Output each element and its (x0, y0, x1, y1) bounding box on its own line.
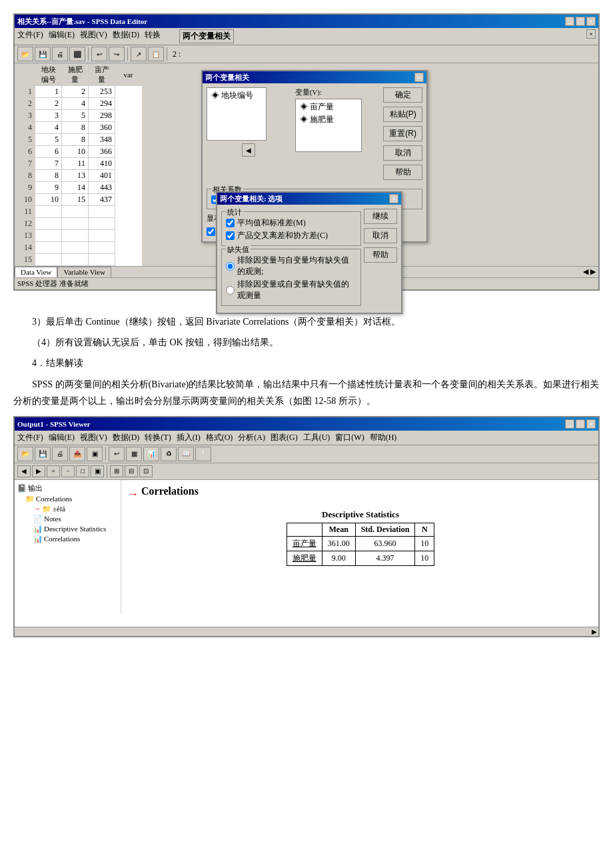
out-menu-data[interactable]: 数据(D) (113, 432, 140, 443)
menu-transform[interactable]: 转换 (145, 29, 161, 43)
col-header-sfll[interactable]: 施肥量 (62, 64, 89, 86)
mean-std-checkbox[interactable] (226, 219, 235, 227)
data-cell[interactable]: 298 (89, 110, 115, 122)
data-cell[interactable]: 348 (89, 134, 115, 146)
out-open[interactable]: 📂 (17, 447, 33, 461)
options-help-button[interactable]: 帮助 (364, 247, 397, 263)
tree-arrow-item[interactable]: → 📁 ±êlã (17, 504, 118, 514)
data-cell[interactable] (89, 242, 115, 254)
out-table[interactable]: ▦ (126, 447, 142, 461)
out-btn5[interactable]: ▣ (87, 447, 103, 461)
col-header-var[interactable]: var (115, 64, 142, 86)
output-maximize[interactable]: □ (576, 419, 585, 429)
data-cell[interactable]: 8 (62, 134, 89, 146)
var-mcl[interactable]: ◈ 亩产量 (297, 101, 360, 113)
var-dkbh[interactable]: ◈ 地块编号 (209, 89, 265, 102)
data-cell[interactable] (62, 206, 89, 218)
save-btn[interactable]: 💾 (35, 47, 51, 61)
data-cell[interactable]: 360 (89, 122, 115, 134)
tab-data-view[interactable]: Data View (15, 267, 57, 277)
data-cell[interactable]: 253 (89, 86, 115, 98)
out-book[interactable]: 📖 (178, 447, 194, 461)
bivariate-close-btn[interactable]: × (586, 29, 596, 39)
reset-button[interactable]: 重置(R) (383, 126, 422, 141)
open-btn[interactable]: 📂 (17, 47, 33, 61)
out-save[interactable]: 💾 (35, 447, 51, 461)
undo-btn[interactable]: ↩ (91, 47, 107, 61)
var-btn[interactable]: 📋 (148, 47, 164, 61)
data-cell[interactable]: 3 (35, 110, 62, 122)
exclude-any-radio[interactable] (226, 286, 235, 295)
nav-minus[interactable]: − (61, 465, 75, 477)
data-cell[interactable]: 2 (62, 86, 89, 98)
out-print[interactable]: 🖨 (52, 447, 68, 461)
tab-variable-view[interactable]: Variable View (57, 267, 111, 277)
nav-forward[interactable]: ▶ (32, 465, 45, 477)
data-cell[interactable]: 5 (35, 134, 62, 146)
data-cell[interactable]: 1 (35, 86, 62, 98)
maximize-button[interactable]: □ (576, 17, 585, 26)
data-cell[interactable]: 15 (62, 194, 89, 206)
out-menu-graphs[interactable]: 图表(G) (271, 432, 298, 443)
close-button[interactable]: × (586, 17, 596, 26)
help-button[interactable]: 帮助 (383, 165, 422, 180)
out-menu-transform[interactable]: 转换(T) (145, 432, 171, 443)
nav-plus[interactable]: + (47, 465, 60, 477)
bivariate-dialog-close[interactable]: × (414, 73, 424, 82)
data-cell[interactable] (62, 230, 89, 242)
data-cell[interactable]: 10 (35, 194, 62, 206)
data-cell[interactable] (35, 206, 62, 218)
nav-zoom3[interactable]: ⊡ (139, 465, 153, 477)
data-cell[interactable]: 401 (89, 170, 115, 182)
tree-desc-stats[interactable]: 📊 Descriptive Statistics (17, 524, 118, 534)
data-cell[interactable]: 4 (62, 98, 89, 110)
out-chart[interactable]: 📊 (143, 447, 159, 461)
data-cell[interactable]: 443 (89, 182, 115, 194)
data-cell[interactable]: 8 (62, 122, 89, 134)
out-exclamation[interactable]: ❕ (195, 447, 211, 461)
nav-fullpage[interactable]: ▣ (91, 465, 104, 477)
var-sfl[interactable]: ◈ 施肥量 (297, 113, 360, 126)
flag-checkbox[interactable] (207, 227, 215, 236)
dialog-recall-btn[interactable]: ⬛ (69, 47, 85, 61)
data-cell[interactable]: 4 (35, 122, 62, 134)
data-cell[interactable] (62, 254, 89, 266)
output-minimize[interactable]: _ (565, 419, 574, 429)
data-cell[interactable]: 11 (62, 158, 89, 170)
nav-zoom1[interactable]: ⊞ (110, 465, 123, 477)
out-menu-file[interactable]: 文件(F) (17, 432, 43, 443)
data-cell[interactable]: 6 (35, 146, 62, 158)
data-cell[interactable]: 14 (62, 182, 89, 194)
data-cell[interactable] (35, 218, 62, 230)
data-cell[interactable]: 7 (35, 158, 62, 170)
data-cell[interactable]: 437 (89, 194, 115, 206)
data-cell[interactable]: 9 (35, 182, 62, 194)
data-cell[interactable]: 410 (89, 158, 115, 170)
data-cell[interactable]: 10 (62, 146, 89, 158)
cancel-button[interactable]: 取消 (383, 145, 422, 161)
tree-correlations-2[interactable]: 📊 Correlations (17, 534, 118, 544)
goto-btn[interactable]: ↗ (131, 47, 147, 61)
tree-root[interactable]: 📓 输出 (17, 483, 118, 494)
right-variable-list[interactable]: ◈ 亩产量 ◈ 施肥量 (295, 99, 362, 152)
paste-button[interactable]: 粘贴(P) (383, 107, 422, 122)
out-menu-insert[interactable]: 插入(I) (177, 432, 201, 443)
out-refresh[interactable]: ♻ (161, 447, 177, 461)
out-menu-view[interactable]: 视图(V) (80, 432, 107, 443)
data-cell[interactable] (35, 230, 62, 242)
menu-edit[interactable]: 编辑(E) (49, 29, 75, 43)
ok-button[interactable]: 确定 (383, 87, 422, 103)
nav-page[interactable]: □ (76, 465, 89, 477)
data-cell[interactable] (89, 254, 115, 266)
menu-view[interactable]: 视图(V) (80, 29, 107, 43)
data-cell[interactable]: 5 (62, 110, 89, 122)
data-cell[interactable] (89, 206, 115, 218)
redo-btn[interactable]: ↪ (109, 47, 125, 61)
out-export[interactable]: 📤 (69, 447, 85, 461)
data-cell[interactable] (62, 242, 89, 254)
data-cell[interactable] (89, 218, 115, 230)
data-cell[interactable]: 13 (62, 170, 89, 182)
continue-button[interactable]: 继续 (364, 209, 397, 224)
out-menu-help[interactable]: 帮助(H) (370, 432, 397, 443)
output-scrollbar[interactable]: ▶ (15, 627, 598, 636)
